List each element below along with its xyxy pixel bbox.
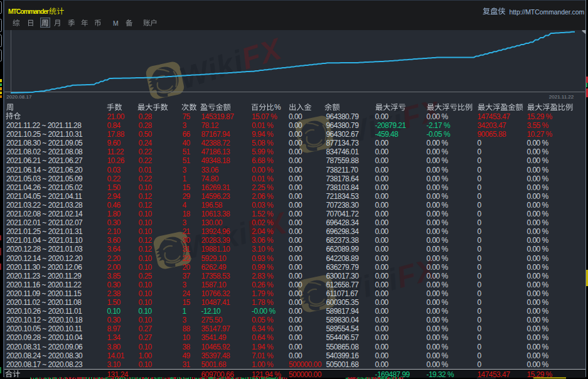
- svg-text:WikiFX: WikiFX: [181, 206, 292, 265]
- svg-text:WikiFX: WikiFX: [176, 31, 287, 95]
